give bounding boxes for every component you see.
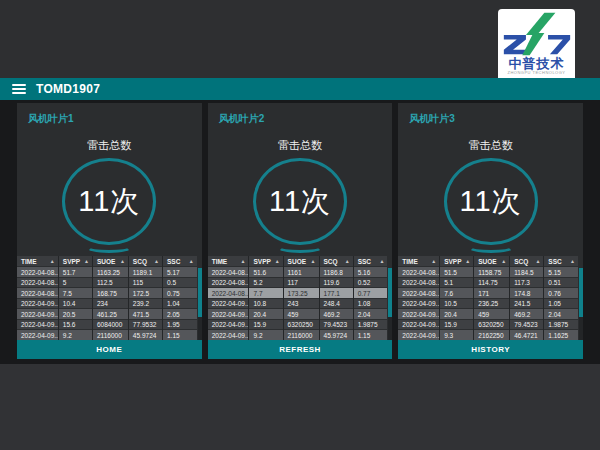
column-header[interactable]: SUOE ▲ bbox=[474, 256, 510, 267]
table-cell-svpp: 15.9 bbox=[249, 319, 283, 330]
home-button[interactable]: HOME bbox=[17, 340, 202, 359]
table-cell-ssc: 1.1625 bbox=[544, 330, 578, 341]
table-cell-suoe: 459 bbox=[283, 309, 319, 320]
sort-arrow-icon[interactable]: ▲ bbox=[120, 258, 125, 264]
sort-arrow-icon[interactable]: ▲ bbox=[431, 258, 436, 264]
table-cell-time: 2022-04-09... bbox=[208, 298, 249, 309]
table-row[interactable]: 2022-04-08... 51.5 1158.75 1184.5 5.15 bbox=[398, 267, 578, 278]
sort-arrow-icon[interactable]: ▲ bbox=[501, 258, 506, 264]
table-cell-suoe: 114.75 bbox=[474, 277, 510, 288]
table-row[interactable]: 2022-04-09... 9.2 2116000 45.9724 1.15 bbox=[208, 330, 388, 341]
table-cell-ssc: 0.52 bbox=[353, 277, 387, 288]
table-row[interactable]: 2022-04-09... 20.4 459 469.2 2.04 bbox=[208, 309, 388, 320]
table-cell-time: 2022-04-09... bbox=[17, 309, 58, 320]
gauge-value: 11次 bbox=[269, 182, 331, 222]
scrollbar-thumb[interactable] bbox=[388, 268, 392, 317]
table-cell-ssc: 1.05 bbox=[544, 298, 578, 309]
sort-arrow-icon[interactable]: ▲ bbox=[345, 258, 350, 264]
table-cell-scq: 1184.5 bbox=[510, 267, 544, 278]
table-cell-svpp: 15.6 bbox=[58, 319, 92, 330]
column-header[interactable]: TIME ▲ bbox=[208, 256, 249, 267]
gauge-arc bbox=[468, 241, 514, 253]
column-header[interactable]: SVPP ▲ bbox=[249, 256, 283, 267]
table-row[interactable]: 2022-04-08... 5 112.5 115 0.5 bbox=[17, 277, 197, 288]
panel-blade-2: 风机叶片2 雷击总数 11次 TIME ▲ SVPP ▲ SUOE ▲ SCQ … bbox=[208, 103, 393, 359]
hamburger-menu-icon[interactable] bbox=[12, 84, 26, 94]
column-header[interactable]: TIME ▲ bbox=[17, 256, 58, 267]
column-header[interactable]: SCQ ▲ bbox=[128, 256, 162, 267]
table-row[interactable]: 2022-04-09... 10.8 243 248.4 1.08 bbox=[208, 298, 388, 309]
column-label: SCQ bbox=[324, 258, 338, 265]
table-cell-svpp: 7.6 bbox=[440, 288, 474, 299]
table-scrollbar[interactable] bbox=[388, 268, 392, 341]
table-row[interactable]: 2022-04-09... 10.5 236.25 241.5 1.05 bbox=[398, 298, 578, 309]
sort-arrow-icon[interactable]: ▲ bbox=[465, 258, 470, 264]
table-row[interactable]: 2022-04-08... 5.2 117 119.6 0.52 bbox=[208, 277, 388, 288]
table-cell-suoe: 1161 bbox=[283, 267, 319, 278]
column-header[interactable]: SVPP ▲ bbox=[58, 256, 92, 267]
table-row[interactable]: 2022-04-09... 15.9 6320250 79.4523 1.987… bbox=[398, 319, 578, 330]
column-header[interactable]: SCQ ▲ bbox=[510, 256, 544, 267]
table-cell-scq: 119.6 bbox=[319, 277, 353, 288]
scrollbar-thumb[interactable] bbox=[198, 268, 202, 317]
dashboard-panels: 风机叶片1 雷击总数 11次 TIME ▲ SVPP ▲ SUOE ▲ SCQ … bbox=[0, 100, 600, 364]
column-header[interactable]: SCQ ▲ bbox=[319, 256, 353, 267]
table-row[interactable]: 2022-04-08... 7.5 168.75 172.5 0.75 bbox=[17, 288, 197, 299]
table-header-row: TIME ▲ SVPP ▲ SUOE ▲ SCQ ▲ SSC ▲ bbox=[398, 256, 578, 267]
table-row[interactable]: 2022-04-09... 15.6 6084000 77.9532 1.95 bbox=[17, 319, 197, 330]
table-row[interactable]: 2022-04-08... 7.7 173.25 177.1 0.77 bbox=[208, 288, 388, 299]
sort-arrow-icon[interactable]: ▲ bbox=[535, 258, 540, 264]
column-header[interactable]: SUOE ▲ bbox=[283, 256, 319, 267]
table-row[interactable]: 2022-04-08... 7.6 171 174.8 0.76 bbox=[398, 288, 578, 299]
history-button[interactable]: HISTORY bbox=[398, 340, 583, 359]
table-row[interactable]: 2022-04-09... 9.2 2116000 45.9724 1.15 bbox=[17, 330, 197, 341]
table-row[interactable]: 2022-04-08... 51.7 1163.25 1189.1 5.17 bbox=[17, 267, 197, 278]
sort-arrow-icon[interactable]: ▲ bbox=[311, 258, 316, 264]
column-header[interactable]: SSC ▲ bbox=[162, 256, 196, 267]
table-row[interactable]: 2022-04-09... 10.4 234 239.2 1.04 bbox=[17, 298, 197, 309]
table-cell-suoe: 6320250 bbox=[283, 319, 319, 330]
table-scrollbar[interactable] bbox=[198, 268, 202, 341]
gauge-label: 雷击总数 bbox=[208, 138, 393, 153]
table-scrollbar[interactable] bbox=[579, 268, 583, 341]
sort-arrow-icon[interactable]: ▲ bbox=[379, 258, 384, 264]
sort-arrow-icon[interactable]: ▲ bbox=[154, 258, 159, 264]
gauge-arc bbox=[86, 241, 132, 253]
app-title: TOMD1907 bbox=[36, 82, 100, 96]
table-cell-scq: 177.1 bbox=[319, 288, 353, 299]
table-row[interactable]: 2022-04-09... 20.4 459 469.2 2.04 bbox=[398, 309, 578, 320]
table-cell-ssc: 5.15 bbox=[544, 267, 578, 278]
lightning-count-gauge: 11次 bbox=[253, 158, 347, 245]
column-header[interactable]: SSC ▲ bbox=[544, 256, 578, 267]
table-cell-scq: 469.2 bbox=[510, 309, 544, 320]
sort-arrow-icon[interactable]: ▲ bbox=[241, 258, 246, 264]
column-header[interactable]: SVPP ▲ bbox=[440, 256, 474, 267]
scrollbar-thumb[interactable] bbox=[579, 268, 583, 317]
table-cell-suoe: 459 bbox=[474, 309, 510, 320]
table-row[interactable]: 2022-04-09... 15.9 6320250 79.4523 1.987… bbox=[208, 319, 388, 330]
column-header[interactable]: SSC ▲ bbox=[353, 256, 387, 267]
table-cell-scq: 1189.1 bbox=[128, 267, 162, 278]
table-cell-svpp: 5 bbox=[58, 277, 92, 288]
table-cell-time: 2022-04-09... bbox=[398, 330, 439, 341]
table-cell-suoe: 1158.75 bbox=[474, 267, 510, 278]
table-cell-suoe: 1163.25 bbox=[92, 267, 128, 278]
table-row[interactable]: 2022-04-09... 9.3 2162250 46.4721 1.1625 bbox=[398, 330, 578, 341]
column-header[interactable]: TIME ▲ bbox=[398, 256, 439, 267]
table-cell-time: 2022-04-09... bbox=[17, 319, 58, 330]
sort-arrow-icon[interactable]: ▲ bbox=[570, 258, 575, 264]
table-cell-scq: 77.9532 bbox=[128, 319, 162, 330]
refresh-button[interactable]: REFRESH bbox=[208, 340, 393, 359]
column-header[interactable]: SUOE ▲ bbox=[92, 256, 128, 267]
table-cell-scq: 239.2 bbox=[128, 298, 162, 309]
column-label: SVPP bbox=[63, 258, 80, 265]
sort-arrow-icon[interactable]: ▲ bbox=[189, 258, 194, 264]
table-cell-scq: 469.2 bbox=[319, 309, 353, 320]
table-row[interactable]: 2022-04-08... 51.6 1161 1186.8 5.16 bbox=[208, 267, 388, 278]
sort-arrow-icon[interactable]: ▲ bbox=[275, 258, 280, 264]
gauge-value: 11次 bbox=[78, 182, 140, 222]
sort-arrow-icon[interactable]: ▲ bbox=[84, 258, 89, 264]
table-row[interactable]: 2022-04-09... 20.5 461.25 471.5 2.05 bbox=[17, 309, 197, 320]
sort-arrow-icon[interactable]: ▲ bbox=[50, 258, 55, 264]
table-row[interactable]: 2022-04-08... 5.1 114.75 117.3 0.51 bbox=[398, 277, 578, 288]
